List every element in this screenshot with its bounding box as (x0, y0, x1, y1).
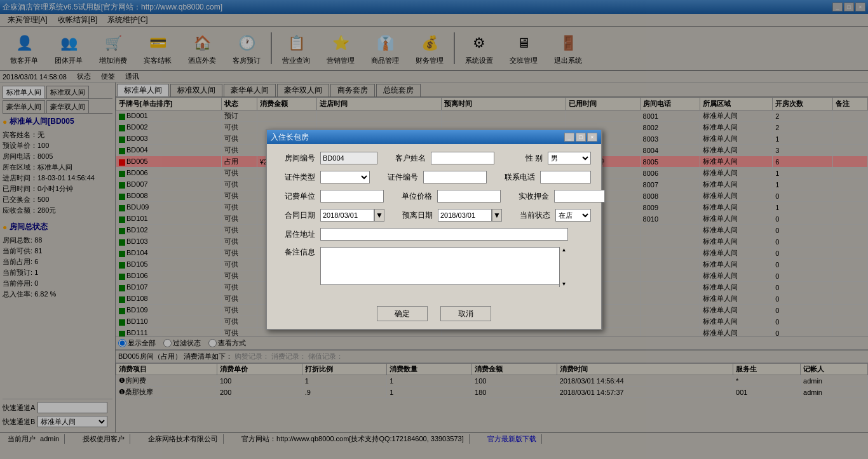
account-unit-label: 记费单位 (277, 191, 315, 202)
deposit-label: 实收押金 (511, 191, 549, 202)
modal-row-1: 房间编号 客户姓名 性 别 男 女 (277, 152, 591, 164)
room-no-input[interactable] (320, 152, 377, 164)
modal-row-5: 居住地址 (277, 228, 591, 241)
depart-date-dropdown-icon[interactable]: ▼ (492, 209, 502, 222)
modal-row-2: 证件类型 证件编号 联系电话 (277, 171, 591, 183)
cert-no-label: 证件编号 (380, 172, 418, 183)
cert-type-select[interactable] (320, 171, 370, 183)
account-unit-input[interactable] (320, 190, 384, 203)
status-label: 当前状态 (512, 210, 550, 221)
notes-label: 备注信息 (277, 247, 315, 258)
modal-row-6: 备注信息 ▲ ▼ (277, 247, 591, 287)
room-no-label: 房间编号 (277, 153, 315, 164)
notes-scroll-up[interactable]: ▲ (562, 247, 567, 253)
modal-title-bar: 入住长包房 _ □ × (267, 130, 601, 144)
depart-date-label: 预离日期 (395, 210, 433, 221)
contact-label: 联系电话 (497, 172, 535, 183)
modal-title: 入住长包房 (271, 132, 309, 143)
cert-type-label: 证件类型 (277, 172, 315, 183)
guest-name-input[interactable] (431, 152, 494, 164)
depart-date-input[interactable] (438, 209, 492, 222)
deposit-input[interactable] (554, 190, 605, 203)
address-input[interactable] (320, 228, 568, 241)
modal-minimize-btn[interactable]: _ (564, 133, 574, 142)
address-label: 居住地址 (277, 229, 315, 240)
confirm-button[interactable]: 确定 (377, 306, 428, 321)
unit-price-input[interactable] (437, 190, 501, 203)
contact-input[interactable] (540, 171, 591, 183)
modal-close-btn[interactable]: × (587, 133, 597, 142)
status-select[interactable]: 在店 (555, 209, 591, 222)
guest-name-label: 客户姓名 (388, 153, 426, 164)
unit-price-label: 单位价格 (394, 191, 432, 202)
modal-body: 房间编号 客户姓名 性 别 男 女 证件类型 证件编号 联系电话 (267, 144, 601, 301)
modal-row-4: 合同日期 ▼ 预离日期 ▼ 当前状态 在店 (277, 209, 591, 222)
modal-row-3: 记费单位 单位价格 实收押金 (277, 190, 591, 203)
checkin-modal: 入住长包房 _ □ × 房间编号 客户姓名 性 别 男 女 (266, 129, 602, 330)
modal-footer: 确定 取消 (267, 301, 601, 329)
gender-label: 性 别 (505, 153, 543, 164)
modal-overlay: 入住长包房 _ □ × 房间编号 客户姓名 性 别 男 女 (0, 0, 868, 459)
contract-date-label: 合同日期 (277, 210, 315, 221)
contract-date-dropdown-icon[interactable]: ▼ (374, 209, 384, 222)
notes-textarea[interactable] (320, 247, 568, 285)
cert-no-input[interactable] (423, 171, 487, 183)
contract-date-input[interactable] (320, 209, 374, 222)
gender-select[interactable]: 男 女 (548, 152, 591, 164)
cancel-button[interactable]: 取消 (440, 306, 491, 321)
notes-scroll-down[interactable]: ▼ (562, 281, 567, 287)
modal-maximize-btn[interactable]: □ (576, 133, 586, 142)
